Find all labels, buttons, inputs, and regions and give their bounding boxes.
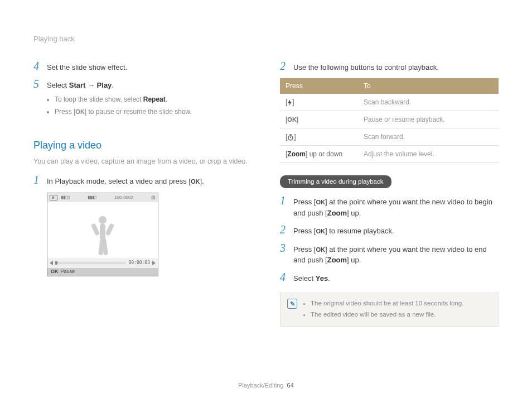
progress-track: [55, 262, 126, 264]
note-item: The original video should be at least 10…: [311, 299, 463, 308]
step-number: 1: [33, 174, 41, 187]
cell-press: [Zoom] up or down: [280, 146, 358, 163]
table-row: [] Scan backward.: [280, 94, 499, 111]
timer-icon: [287, 134, 294, 141]
step-text: Set the slide show effect.: [47, 60, 252, 73]
svg-rect-1: [100, 224, 105, 240]
cell-to: Scan forward.: [358, 128, 499, 146]
left-column: 4 Set the slide show effect. 5 Select St…: [33, 60, 252, 327]
ok-icon: OK: [316, 198, 325, 207]
play-mode-icon: [50, 195, 57, 200]
step-number: 3: [280, 242, 288, 266]
screenshot-time: 00:00:03: [128, 260, 150, 266]
cell-to: Adjust the volume level.: [358, 146, 499, 163]
screenshot-progress: 00:00:03: [47, 258, 158, 268]
cell-press: []: [280, 128, 358, 146]
page-number: 64: [287, 382, 294, 389]
svg-rect-3: [105, 223, 115, 236]
svg-point-0: [99, 216, 107, 224]
step-text: Use the following buttons to control pla…: [293, 60, 499, 73]
step-number: 1: [280, 195, 288, 218]
cell-to: Scan backward.: [358, 94, 499, 111]
bolt-icon: [287, 99, 292, 106]
cell-press: [OK]: [280, 111, 358, 128]
file-code: 100-0002: [114, 194, 133, 201]
step-text: Press [OK] at the point where you want t…: [293, 242, 499, 266]
page-footer: Playback/Editing 64: [0, 381, 532, 390]
footer-label: Pause: [61, 268, 75, 276]
step-number: 5: [33, 78, 41, 119]
step-number: 4: [280, 271, 288, 284]
right-step-2: 2 Use the following buttons to control p…: [280, 60, 499, 73]
subsection-pill: Trimming a video during playback: [280, 175, 391, 188]
ok-icon: OK: [51, 268, 59, 276]
step-text: Select Start → Play.: [47, 81, 114, 89]
step-number: 2: [280, 224, 288, 237]
content-columns: 4 Set the slide show effect. 5 Select St…: [33, 60, 499, 327]
prev-icon: [50, 261, 53, 265]
note-list: The original video should be at least 10…: [303, 299, 463, 320]
screenshot-footer: OK Pause: [47, 268, 158, 276]
signal-icon: ▮▮▮▯: [88, 194, 96, 201]
step-body: Select Start → Play. To loop the slide s…: [47, 78, 252, 119]
video-step-1: 1 In Playback mode, select a video and p…: [33, 174, 252, 187]
battery-icon: ▥: [151, 194, 156, 201]
note-box: ✎ The original video should be at least …: [280, 293, 499, 327]
ok-icon: OK: [75, 107, 85, 117]
th-to: To: [358, 78, 499, 94]
signal-icon: ▮▮▯▯: [61, 194, 70, 201]
trim-step-1: 1 Press [OK] at the point where you want…: [280, 195, 499, 218]
svg-rect-2: [91, 223, 100, 236]
bullet-repeat: To loop the slide show, select Repeat.: [55, 94, 252, 104]
ok-icon: OK: [287, 115, 297, 125]
trim-step-2: 2 Press [OK] to resume playback.: [280, 224, 499, 237]
ok-icon: OK: [316, 227, 325, 236]
screenshot-frame: [47, 202, 158, 258]
trim-step-3: 3 Press [OK] at the point where you want…: [280, 242, 499, 266]
note-icon: ✎: [287, 299, 297, 309]
trim-step-4: 4 Select Yes.: [280, 271, 499, 284]
step-number: 4: [33, 60, 41, 73]
step-text: Press [OK] at the point where you want t…: [293, 195, 499, 218]
ok-icon: OK: [191, 177, 200, 186]
sub-bullets: To loop the slide show, select Repeat. P…: [47, 94, 252, 117]
note-item: The edited video will be saved as a new …: [311, 310, 463, 319]
right-column: 2 Use the following buttons to control p…: [280, 60, 499, 327]
section-subtitle: You can play a video, capture an image f…: [33, 156, 252, 167]
bullet-ok: Press [OK] to pause or resume the slide …: [55, 107, 252, 117]
step-text: In Playback mode, select a video and pre…: [47, 174, 252, 187]
ok-icon: OK: [316, 245, 325, 255]
table-row: [] Scan forward.: [280, 128, 499, 146]
step-text: Select Yes.: [293, 271, 499, 284]
step-4: 4 Set the slide show effect.: [33, 60, 252, 73]
page-header: Playing back: [33, 34, 499, 45]
section-title: Playing a video: [33, 138, 252, 153]
screenshot-topbar: ▮▮▯▯ ▮▮▮▯ 100-0002 ▥: [47, 193, 158, 202]
video-screenshot: ▮▮▯▯ ▮▮▮▯ 100-0002 ▥: [47, 193, 158, 276]
step-text: Press [OK] to resume playback.: [293, 224, 499, 237]
footer-section: Playback/Editing: [238, 382, 283, 389]
step-5: 5 Select Start → Play. To loop the slide…: [33, 78, 252, 119]
table-row: [Zoom] up or down Adjust the volume leve…: [280, 146, 499, 163]
step-number: 2: [280, 60, 288, 73]
cell-press: []: [280, 94, 358, 111]
th-press: Press: [280, 78, 358, 94]
person-figure-icon: [89, 214, 117, 258]
table-header-row: Press To: [280, 78, 499, 94]
breadcrumb: Playing back: [33, 35, 75, 43]
table-row: [OK] Pause or resume playback.: [280, 111, 499, 128]
next-icon: [152, 261, 156, 265]
controls-table: Press To [] Scan backward. [OK] Pause or…: [280, 78, 499, 163]
cell-to: Pause or resume playback.: [358, 111, 499, 128]
